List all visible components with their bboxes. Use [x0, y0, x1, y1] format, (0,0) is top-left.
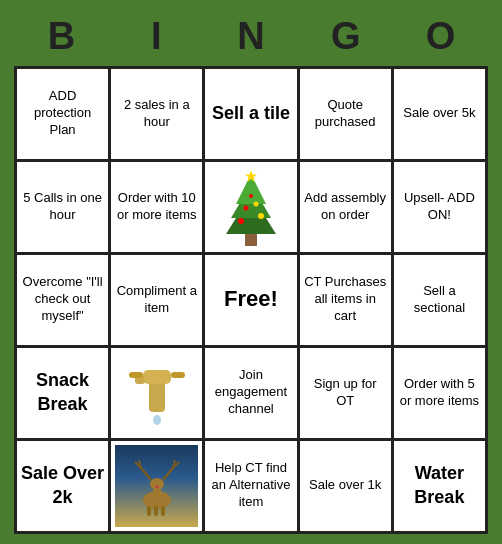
svg-rect-0 [245, 234, 257, 246]
svg-point-7 [253, 201, 258, 206]
svg-point-28 [155, 485, 159, 488]
bingo-letter-o: O [393, 11, 488, 62]
svg-rect-25 [147, 506, 151, 516]
bingo-cell-r3c0[interactable]: Snack Break [17, 348, 108, 438]
svg-line-19 [141, 468, 151, 480]
cell-text-r4c4: Water Break [398, 462, 481, 509]
bingo-cell-r3c3[interactable]: Sign up for OT [300, 348, 391, 438]
bingo-cell-r1c2[interactable] [205, 162, 296, 252]
cell-text-r0c2: Sell a tile [212, 102, 290, 125]
cell-text-r2c0: Overcome "I'll check out myself" [21, 274, 104, 325]
bingo-cell-r2c2[interactable]: Free! [205, 255, 296, 345]
svg-point-4 [238, 218, 244, 224]
bingo-card: BINGO ADD protection Plan2 sales in a ho… [6, 3, 496, 542]
cell-text-r4c2: Help CT find an Alternative item [209, 460, 292, 511]
svg-rect-27 [161, 506, 165, 516]
cell-text-r0c1: 2 sales in a hour [115, 97, 198, 131]
bingo-cell-r2c3[interactable]: CT Purchases all items in cart [300, 255, 391, 345]
bingo-cell-r1c1[interactable]: Order with 10 or more items [111, 162, 202, 252]
cell-text-r4c0: Sale Over 2k [21, 462, 104, 509]
bingo-cell-r3c4[interactable]: Order with 5 or more items [394, 348, 485, 438]
cell-text-r4c3: Sale over 1k [309, 477, 381, 494]
bingo-cell-r0c0[interactable]: ADD protection Plan [17, 69, 108, 159]
svg-rect-10 [149, 382, 165, 412]
svg-point-8 [249, 194, 253, 198]
cell-text-r2c3: CT Purchases all items in cart [304, 274, 387, 325]
cell-text-r3c0: Snack Break [21, 369, 104, 416]
bingo-cell-r3c1[interactable] [111, 348, 202, 438]
cell-text-r3c4: Order with 5 or more items [398, 376, 481, 410]
cell-text-r1c0: 5 Calls in one hour [21, 190, 104, 224]
svg-point-6 [243, 205, 248, 210]
cell-text-r3c2: Join engagement channel [209, 367, 292, 418]
bingo-cell-r3c2[interactable]: Join engagement channel [205, 348, 296, 438]
cell-text-r2c2: Free! [224, 285, 278, 314]
bingo-cell-r2c1[interactable]: Compliment a item [111, 255, 202, 345]
cell-text-r1c3: Add assembly on order [304, 190, 387, 224]
bingo-letter-b: B [14, 11, 109, 62]
bingo-cell-r4c1[interactable] [111, 441, 202, 531]
bingo-cell-r0c3[interactable]: Quote purchased [300, 69, 391, 159]
bingo-grid: ADD protection Plan2 sales in a hourSell… [14, 66, 488, 534]
bingo-cell-r1c0[interactable]: 5 Calls in one hour [17, 162, 108, 252]
cell-text-r3c3: Sign up for OT [304, 376, 387, 410]
bingo-cell-r4c2[interactable]: Help CT find an Alternative item [205, 441, 296, 531]
bingo-cell-r0c4[interactable]: Sale over 5k [394, 69, 485, 159]
svg-point-5 [258, 213, 264, 219]
bingo-letter-i: I [109, 11, 204, 62]
cell-text-r2c1: Compliment a item [115, 283, 198, 317]
cell-text-r1c4: Upsell- ADD ON! [398, 190, 481, 224]
svg-rect-13 [171, 372, 185, 378]
svg-line-22 [163, 468, 173, 480]
bingo-cell-r0c1[interactable]: 2 sales in a hour [111, 69, 202, 159]
bingo-cell-r0c2[interactable]: Sell a tile [205, 69, 296, 159]
bingo-header: BINGO [14, 11, 488, 62]
cell-text-r0c3: Quote purchased [304, 97, 387, 131]
cell-text-r0c0: ADD protection Plan [21, 88, 104, 139]
bingo-cell-r2c0[interactable]: Overcome "I'll check out myself" [17, 255, 108, 345]
bingo-cell-r1c4[interactable]: Upsell- ADD ON! [394, 162, 485, 252]
bingo-cell-r1c3[interactable]: Add assembly on order [300, 162, 391, 252]
bingo-cell-r2c4[interactable]: Sell a sectional [394, 255, 485, 345]
svg-rect-11 [143, 370, 171, 384]
bingo-letter-g: G [298, 11, 393, 62]
bingo-cell-r4c4[interactable]: Water Break [394, 441, 485, 531]
bingo-cell-r4c3[interactable]: Sale over 1k [300, 441, 391, 531]
svg-point-15 [153, 415, 161, 425]
svg-rect-26 [154, 506, 158, 516]
bingo-letter-n: N [204, 11, 299, 62]
bingo-cell-r4c0[interactable]: Sale Over 2k [17, 441, 108, 531]
cell-text-r2c4: Sell a sectional [398, 283, 481, 317]
svg-rect-14 [129, 372, 143, 378]
cell-text-r0c4: Sale over 5k [403, 105, 475, 122]
cell-text-r1c1: Order with 10 or more items [115, 190, 198, 224]
